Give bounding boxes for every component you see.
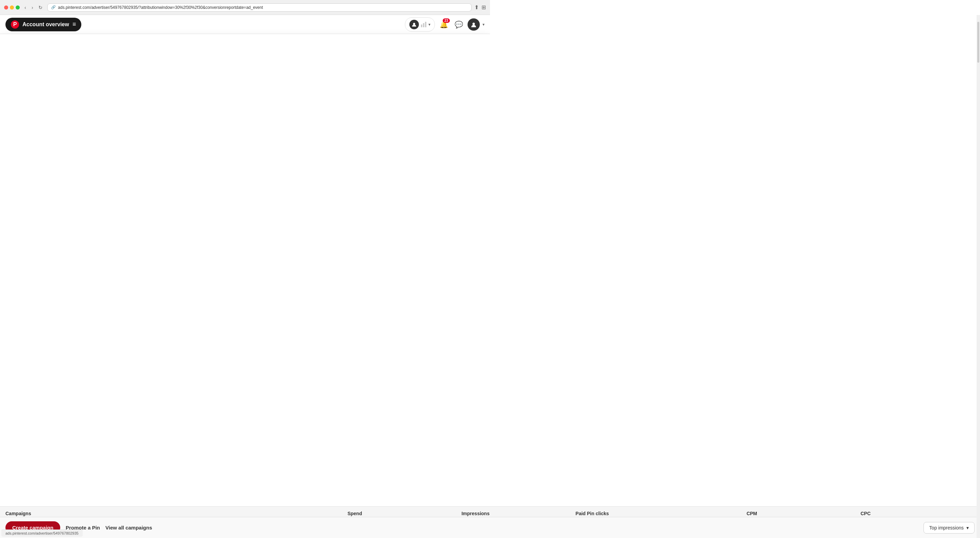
account-overview-label: Account overview: [22, 21, 69, 27]
nav-left: P Account overview ≡: [5, 18, 81, 31]
sidebar-toggle-button[interactable]: ⊞: [482, 4, 486, 11]
url-text: ads.pinterest.com/advertiser/54976780293…: [58, 5, 263, 10]
address-bar[interactable]: 🔗 ads.pinterest.com/advertiser/549767802…: [47, 3, 472, 11]
share-button[interactable]: ⬆: [474, 4, 479, 11]
maximize-window-button[interactable]: [16, 5, 20, 10]
reload-button[interactable]: ↻: [37, 3, 45, 11]
forward-button[interactable]: ›: [30, 3, 35, 11]
account-avatar: [409, 20, 419, 29]
account-bars-icon: [421, 22, 426, 27]
hamburger-icon: ≡: [73, 21, 76, 28]
user-menu-chevron-icon[interactable]: ▾: [482, 22, 485, 27]
account-overview-button[interactable]: P Account overview ≡: [5, 18, 81, 31]
messages-button[interactable]: 💬: [453, 18, 465, 30]
svg-point-1: [473, 22, 475, 25]
back-button[interactable]: ‹: [22, 3, 28, 11]
notification-badge: 23: [443, 18, 450, 23]
nav-right: ▾ 🔔 23 💬 ▾: [405, 18, 485, 32]
pinterest-logo: P: [11, 21, 19, 29]
secure-icon: 🔗: [51, 5, 56, 10]
browser-nav-buttons: ‹ › ↻: [22, 3, 45, 11]
browser-chrome: ‹ › ↻ 🔗 ads.pinterest.com/advertiser/549…: [0, 0, 490, 15]
chat-icon: 💬: [455, 21, 463, 29]
account-selector-chevron-icon: ▾: [428, 22, 430, 27]
pinterest-nav: P Account overview ≡ ▾: [0, 15, 490, 34]
user-avatar[interactable]: [468, 18, 480, 30]
close-window-button[interactable]: [4, 5, 8, 10]
account-selector[interactable]: ▾: [405, 18, 435, 32]
browser-window-controls: [4, 5, 20, 10]
notifications-button[interactable]: 🔔 23: [438, 18, 450, 30]
minimize-window-button[interactable]: [10, 5, 14, 10]
